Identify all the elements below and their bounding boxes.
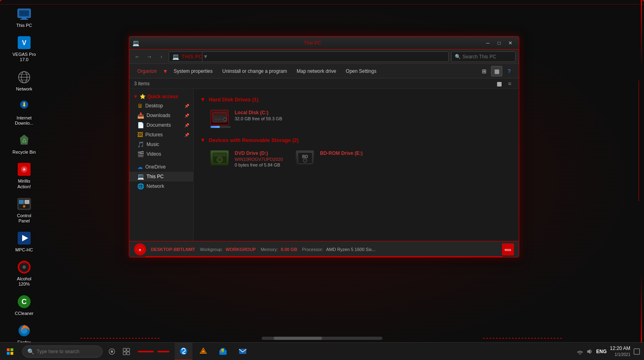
red-accent-top <box>0 4 644 4</box>
svg-rect-80 <box>239 349 246 354</box>
removable-collapse-arrow[interactable]: ▼ <box>200 137 206 143</box>
desktop-icon-mpc-hc[interactable]: MPC-HC <box>8 228 40 254</box>
start-button[interactable] <box>0 343 20 360</box>
pictures-folder-icon: 🖼 <box>137 132 143 138</box>
desktop-icon-network[interactable]: Network <box>8 68 40 93</box>
scrollbar-decoration <box>262 337 382 340</box>
view-large-icons-button[interactable]: ▦ <box>491 66 502 76</box>
cortana-button[interactable] <box>105 344 119 359</box>
open-settings-button[interactable]: Open Settings <box>342 66 380 76</box>
desktop-icon-internet-downloader[interactable]: ⬇ InternetDownlo... <box>8 97 40 128</box>
local-disk-info: Local Disk (C:) 32.0 GB free of 59.3 GB <box>235 110 286 121</box>
sidebar-item-videos[interactable]: 🎬 Videos <box>129 149 193 159</box>
maximize-button[interactable]: □ <box>494 39 504 47</box>
hard-disk-collapse-arrow[interactable]: ▼ <box>200 96 206 103</box>
scrollbar-fill <box>274 337 322 340</box>
minimize-button[interactable]: ─ <box>483 39 493 47</box>
list-view-icon[interactable]: ▦ <box>495 79 504 88</box>
svg-marker-82 <box>587 349 590 354</box>
local-disk-c-item[interactable]: Local Disk (C:) 32.0 GB free of 59.3 GB <box>208 107 289 130</box>
taskbar-app-vlc[interactable] <box>194 343 212 360</box>
taskbar-store-icon <box>218 346 228 356</box>
system-properties-button[interactable]: System properties <box>170 66 217 76</box>
volume-tray-icon[interactable] <box>586 348 593 355</box>
sidebar-item-pictures[interactable]: 🖼 Pictures 📌 <box>129 130 193 140</box>
bd-drive-name: BD-ROM Drive (E:) <box>320 150 372 156</box>
taskbar-search-input[interactable] <box>37 349 97 354</box>
sidebar-item-network[interactable]: 🌐 Network <box>129 181 193 191</box>
downloads-folder-icon: 📥 <box>137 112 144 119</box>
help-button[interactable]: ? <box>504 66 515 76</box>
status-footer: R DESKTOP-BBTLNMT Workgroup: WORKGROUP M… <box>129 241 519 257</box>
alcohol-label: Alcohol120% <box>17 276 31 287</box>
quick-access-icon: ⭐ <box>140 94 146 99</box>
language-indicator[interactable]: ENG <box>596 349 607 354</box>
organize-dropdown-icon: ▼ <box>163 68 168 74</box>
svg-rect-48 <box>214 119 222 120</box>
memory-item: Memory: 8.00 GB <box>261 247 297 252</box>
sidebar-item-this-pc[interactable]: 💻 This PC <box>129 172 193 181</box>
svg-rect-62 <box>10 348 13 351</box>
navigation-bar: ← → ↑ 💻 THIS PC ▼ 🔍 <box>129 49 519 64</box>
up-button[interactable]: ↑ <box>157 52 166 62</box>
desktop-icon-vegas-pro[interactable]: V VEGAS Pro17.0 <box>8 33 40 64</box>
taskbar-app-edge[interactable] <box>175 343 192 360</box>
desktop-icon-mirillis[interactable]: MirillisAction! <box>8 160 40 191</box>
sidebar-item-documents[interactable]: 📄 Documents 📌 <box>129 120 193 130</box>
svg-rect-67 <box>123 348 126 351</box>
search-bar[interactable]: 🔍 <box>451 51 516 62</box>
desktop-icon-this-pc[interactable]: This PC <box>8 4 40 30</box>
removable-section-header: ▼ Devices with Removable Storage (2) <box>200 137 512 143</box>
alcohol-icon: 120% <box>16 259 32 275</box>
ccleaner-icon: C <box>16 294 32 310</box>
close-button[interactable]: ✕ <box>505 39 516 47</box>
task-view-button[interactable] <box>119 344 134 359</box>
dvd-drive-icon <box>211 150 229 166</box>
items-count-bar: 3 items ▦ ≡ <box>129 78 519 89</box>
desktop-icon-ccleaner[interactable]: C CCleaner <box>8 292 40 318</box>
svg-rect-61 <box>7 348 10 351</box>
taskbar-apps-area <box>134 343 573 360</box>
svg-text:120%: 120% <box>21 261 28 264</box>
dvd-drive-name: DVD Drive (D:) <box>235 150 286 156</box>
bd-drive-item[interactable]: BD BD-ROM Drive (E:) <box>293 148 374 171</box>
detail-view-icon[interactable]: ≡ <box>505 79 514 88</box>
address-bar-text: THIS PC <box>182 53 202 60</box>
bd-drive-icon: BD <box>296 150 314 166</box>
notification-button[interactable] <box>634 348 640 355</box>
svg-rect-83 <box>634 349 640 354</box>
forward-button[interactable]: → <box>144 52 154 62</box>
explorer-body: ▼ ⭐ Quick access 🖥 Desktop 📌 📥 Downloads… <box>129 89 519 241</box>
map-network-button[interactable]: Map network drive <box>293 66 340 76</box>
sidebar-item-onedrive[interactable]: ☁ OneDrive <box>129 162 193 172</box>
quick-access-header[interactable]: ▼ ⭐ Quick access <box>129 92 193 101</box>
desktop-icon-alcohol[interactable]: 120% Alcohol120% <box>8 257 40 288</box>
taskbar-app-mail[interactable] <box>234 343 252 360</box>
organize-button[interactable]: Organize <box>133 66 161 76</box>
view-toggle-right: ▦ ≡ <box>495 79 514 88</box>
sidebar-item-desktop[interactable]: 🖥 Desktop 📌 <box>129 101 193 111</box>
memory-value: 8.00 GB <box>281 247 297 252</box>
taskbar-search-bar[interactable]: 🔍 <box>22 346 103 358</box>
sidebar-item-downloads[interactable]: 📥 Downloads 📌 <box>129 111 193 120</box>
sidebar-item-music[interactable]: 🎵 Music <box>129 140 193 149</box>
taskbar-app-store[interactable] <box>214 343 232 360</box>
internet-downloader-icon: ⬇ <box>16 98 32 114</box>
desktop-icon-control-panel[interactable]: ControlPanel <box>8 194 40 225</box>
search-input[interactable] <box>462 54 512 60</box>
svg-rect-3 <box>20 19 28 20</box>
dvd-drive-item[interactable]: DVD Drive (D:) WIN10ROGV7UPD2020 0 bytes… <box>208 148 289 171</box>
svg-text:C: C <box>22 298 27 306</box>
network-label: Network <box>16 86 32 92</box>
right-side-accent <box>638 80 639 201</box>
address-bar[interactable]: 💻 THIS PC ▼ <box>169 51 449 62</box>
toolbar: Organize ▼ System properties Uninstall o… <box>129 64 519 78</box>
address-dropdown-button[interactable]: ▼ <box>202 51 208 62</box>
this-pc-sidebar-icon: 💻 <box>137 173 144 180</box>
view-options-button[interactable]: ⊞ <box>479 66 490 76</box>
uninstall-button[interactable]: Uninstall or change a program <box>218 66 291 76</box>
network-tray-icon[interactable] <box>577 348 583 355</box>
svg-point-28 <box>23 265 26 269</box>
back-button[interactable]: ← <box>132 52 142 62</box>
desktop-icon-recycle-bin[interactable]: ♺ Recycle Bin <box>8 131 40 156</box>
